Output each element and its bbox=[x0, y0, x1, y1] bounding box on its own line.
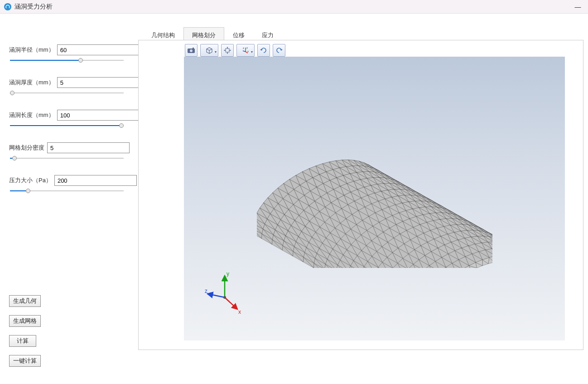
axis-x-label: x bbox=[238, 309, 241, 315]
param-length: 涵洞长度（mm） bbox=[9, 110, 125, 129]
generate-mesh-button[interactable]: 生成网格 bbox=[9, 315, 41, 327]
orientation-axes: y z x bbox=[202, 270, 247, 316]
window-controls: — bbox=[568, 0, 588, 14]
thickness-label: 涵洞厚度（mm） bbox=[9, 78, 54, 87]
axis-y-label: y bbox=[227, 271, 229, 277]
svg-rect-3 bbox=[193, 48, 194, 49]
pan-icon[interactable] bbox=[221, 44, 234, 57]
axis-z-label: z bbox=[205, 288, 207, 294]
titlebar: 涵洞受力分析 — bbox=[0, 0, 588, 14]
svg-text:z: z bbox=[243, 47, 244, 49]
one-click-compute-button[interactable]: 一键计算 bbox=[9, 355, 41, 367]
param-pressure: 压力大小（Pa） bbox=[9, 175, 125, 194]
canvas-3d[interactable]: ▾ z y x ▾ bbox=[184, 57, 565, 340]
axes-icon[interactable]: z y x ▾ bbox=[236, 44, 255, 57]
length-input[interactable] bbox=[57, 110, 140, 121]
svg-text:x: x bbox=[247, 50, 249, 53]
view-toolbar: ▾ z y x ▾ bbox=[185, 44, 285, 57]
mesh-rendering bbox=[257, 114, 492, 268]
viewport: ▾ z y x ▾ bbox=[138, 40, 583, 350]
radius-slider[interactable] bbox=[10, 57, 124, 63]
param-mesh: 网格划分密度 bbox=[9, 142, 125, 161]
rotate-ccw-icon[interactable] bbox=[257, 44, 270, 57]
rotate-cw-icon[interactable] bbox=[273, 44, 285, 57]
svg-line-13 bbox=[225, 297, 237, 309]
param-thickness: 涵洞厚度（mm） bbox=[9, 77, 125, 96]
params-sidebar: 涵洞半径（mm） 涵洞厚度（mm） 涵洞长度（mm） bbox=[0, 14, 138, 384]
box-view-icon[interactable]: ▾ bbox=[200, 44, 218, 57]
svg-point-2 bbox=[190, 49, 193, 52]
length-label: 涵洞长度（mm） bbox=[9, 111, 54, 119]
pressure-input[interactable] bbox=[54, 175, 137, 186]
minimize-button[interactable]: — bbox=[568, 0, 588, 14]
mesh-slider[interactable] bbox=[10, 155, 124, 161]
compute-button[interactable]: 计算 bbox=[9, 335, 36, 347]
mesh-label: 网格划分密度 bbox=[9, 144, 44, 152]
thickness-input[interactable] bbox=[57, 77, 140, 88]
generate-geometry-button[interactable]: 生成几何 bbox=[9, 295, 41, 307]
pressure-label: 压力大小（Pa） bbox=[9, 176, 52, 185]
svg-rect-4 bbox=[226, 49, 229, 52]
app-icon bbox=[4, 3, 12, 11]
svg-line-12 bbox=[207, 294, 225, 297]
svg-text:y: y bbox=[246, 46, 248, 49]
main-panel: 几何结构 网格划分 位移 应力 ▾ bbox=[138, 14, 588, 384]
length-slider[interactable] bbox=[10, 122, 124, 129]
mesh-input[interactable] bbox=[47, 142, 130, 153]
radius-label: 涵洞半径（mm） bbox=[9, 46, 54, 54]
radius-input[interactable] bbox=[57, 44, 140, 55]
param-radius: 涵洞半径（mm） bbox=[9, 44, 125, 63]
window-title: 涵洞受力分析 bbox=[14, 3, 53, 11]
pressure-slider[interactable] bbox=[10, 188, 124, 194]
thickness-slider[interactable] bbox=[10, 90, 124, 96]
svg-line-6 bbox=[243, 51, 246, 52]
svg-point-0 bbox=[4, 3, 11, 10]
camera-icon[interactable] bbox=[185, 44, 198, 57]
svg-point-14 bbox=[223, 296, 226, 299]
